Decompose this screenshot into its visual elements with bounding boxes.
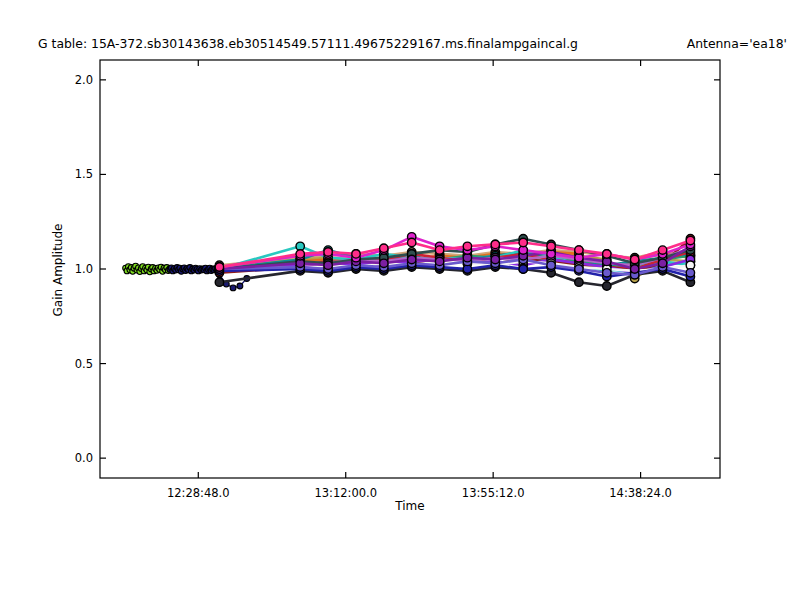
svg-text:0.0: 0.0 — [75, 451, 93, 465]
svg-text:13:55:12.0: 13:55:12.0 — [462, 486, 525, 500]
svg-text:12:28:48.0: 12:28:48.0 — [167, 486, 230, 500]
svg-text:13:12:00.0: 13:12:00.0 — [314, 486, 377, 500]
plot-figure: G table: 15A-372.sb30143638.eb30514549.5… — [0, 0, 800, 600]
svg-text:2.0: 2.0 — [75, 73, 93, 87]
svg-text:1.0: 1.0 — [75, 262, 93, 276]
gain-amplitude-chart: 12:28:48.013:12:00.013:55:12.014:38:24.0… — [0, 0, 800, 600]
svg-text:14:38:24.0: 14:38:24.0 — [609, 486, 672, 500]
svg-text:0.5: 0.5 — [75, 357, 93, 371]
svg-text:1.5: 1.5 — [75, 167, 93, 181]
